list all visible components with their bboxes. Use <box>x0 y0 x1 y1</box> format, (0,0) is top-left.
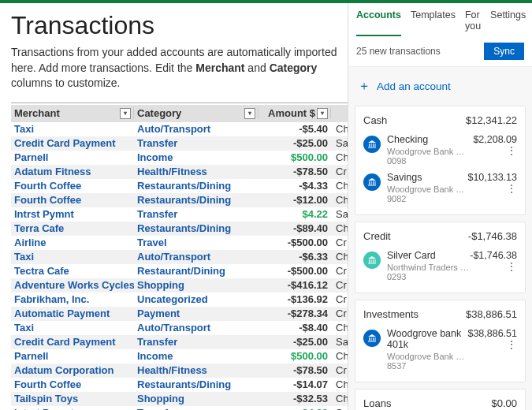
cell-merchant[interactable]: Adventure Works Cycles <box>11 279 134 291</box>
table-row[interactable]: Adventure Works CyclesShopping-$416.12Cr <box>11 278 350 293</box>
account-row[interactable]: Woodgrove bank 401kWoodgrove Bank …8537$… <box>363 328 517 371</box>
cell-category[interactable]: Transfer <box>134 407 259 410</box>
cell-merchant[interactable]: Taxi <box>11 322 134 334</box>
cell-merchant[interactable]: Fourth Coffee <box>11 180 134 192</box>
cell-category[interactable]: Auto/Transport <box>134 123 259 135</box>
svg-rect-1 <box>371 144 372 147</box>
cell-merchant[interactable]: Tailspin Toys <box>11 393 134 404</box>
cell-merchant[interactable]: Credit Card Payment <box>11 336 134 348</box>
chevron-down-icon[interactable]: ▾ <box>244 108 255 119</box>
table-row[interactable]: ParnellIncome$500.00Ch <box>11 349 350 363</box>
cell-category[interactable]: Transfer <box>134 208 259 220</box>
cell-category[interactable]: Restaurants/Dining <box>134 180 259 192</box>
table-row[interactable]: Fourth CoffeeRestaurants/Dining-$12.00Ch <box>11 193 350 207</box>
cell-category[interactable]: Health/Fitness <box>134 364 259 376</box>
col-header-amount[interactable]: Amount $ ▾ <box>259 107 331 119</box>
cell-merchant[interactable]: Automatic Payment <box>11 308 134 319</box>
cell-merchant[interactable]: Taxi <box>11 251 134 263</box>
cell-category[interactable]: Health/Fitness <box>134 166 259 177</box>
cell-merchant[interactable]: Tectra Cafe <box>11 265 134 277</box>
svg-marker-11 <box>368 178 376 181</box>
table-row[interactable]: ParnellIncome$500.00Ch <box>11 151 350 165</box>
account-subtitle: Woodgrove Bank …9082 <box>387 184 467 203</box>
cell-category[interactable]: Income <box>134 151 259 163</box>
cell-category[interactable]: Uncategorized <box>134 293 259 305</box>
cell-category[interactable]: Transfer <box>134 336 259 348</box>
tab-accounts[interactable]: Accounts <box>356 9 401 36</box>
chevron-down-icon[interactable]: ▾ <box>120 108 131 119</box>
cell-merchant[interactable]: Taxi <box>11 123 134 135</box>
more-icon[interactable]: ⋮ <box>473 148 517 153</box>
table-row[interactable]: TaxiAuto/Transport-$8.40Ch <box>11 321 350 335</box>
plus-icon: ＋ <box>358 78 370 95</box>
cell-category[interactable]: Restaurants/Dining <box>134 222 259 234</box>
cell-amount: -$278.34 <box>259 308 331 319</box>
cell-category[interactable]: Restaurant/Dining <box>134 265 259 277</box>
cell-merchant[interactable]: Terra Cafe <box>11 222 134 234</box>
cell-amount: -$8.40 <box>259 322 331 334</box>
cell-category[interactable]: Restaurants/Dining <box>134 194 259 206</box>
table-row[interactable]: Credit Card PaymentTransfer-$25.00Sa <box>11 335 350 349</box>
cell-category[interactable]: Shopping <box>134 279 259 291</box>
account-row[interactable]: SavingsWoodgrove Bank …9082$10,133.13⋮ <box>363 172 517 203</box>
sync-button[interactable]: Sync <box>484 43 524 60</box>
table-row[interactable]: Intrst PymntTransfer$4.22Sa <box>11 207 350 222</box>
cell-category[interactable]: Transfer <box>134 137 259 149</box>
cell-amount: $500.00 <box>259 350 331 362</box>
cell-merchant[interactable]: Fourth Coffee <box>11 378 134 390</box>
col-header-category[interactable]: Category ▾ <box>134 107 259 119</box>
table-row[interactable]: Tectra CafeRestaurant/Dining-$500.00Cr <box>11 264 350 278</box>
cell-merchant[interactable]: Fabrikham, Inc. <box>11 293 134 305</box>
tab-for-you[interactable]: For you <box>465 9 481 36</box>
more-icon[interactable]: ⋮ <box>467 186 517 191</box>
cell-merchant[interactable]: Fourth Coffee <box>11 194 134 206</box>
account-row[interactable]: CheckingWoodgrove Bank …0098$2,208.09⋮ <box>363 134 517 166</box>
table-row[interactable]: Fabrikham, Inc.Uncategorized-$136.92Cr <box>11 293 350 307</box>
group-title: Investments <box>363 308 419 320</box>
table-row[interactable]: Adatum FitnessHealth/Fitness-$78.50Cr <box>11 165 350 179</box>
cell-category[interactable]: Auto/Transport <box>134 322 259 334</box>
col-header-merchant[interactable]: Merchant ▾ <box>11 107 134 119</box>
tab-settings[interactable]: Settings <box>490 9 526 36</box>
table-row[interactable]: TaxiAuto/Transport-$5.40Ch <box>11 122 350 136</box>
bank-icon <box>363 252 381 269</box>
svg-rect-4 <box>368 147 376 148</box>
desc-text: columns to customize. <box>11 76 121 89</box>
table-row[interactable]: Fourth CoffeeRestaurants/Dining-$4.33Ch <box>11 179 350 193</box>
table-row[interactable]: Intrst PymntTransfer$4.22Sa <box>11 406 350 410</box>
svg-rect-21 <box>375 337 376 341</box>
tab-templates[interactable]: Templates <box>411 9 456 36</box>
svg-rect-10 <box>368 185 376 186</box>
cell-merchant[interactable]: Airline <box>11 237 134 248</box>
chevron-down-icon[interactable]: ▾ <box>317 108 328 119</box>
svg-rect-3 <box>375 144 376 147</box>
cell-merchant[interactable]: Intrst Pymnt <box>11 407 134 410</box>
table-row[interactable]: Automatic PaymentPayment-$278.34Cr <box>11 307 350 321</box>
cell-merchant[interactable]: Parnell <box>11 151 134 163</box>
table-row[interactable]: Terra CafeRestaurants/Dining-$89.40Ch <box>11 222 350 236</box>
svg-marker-17 <box>368 256 376 259</box>
cell-category[interactable]: Restaurants/Dining <box>134 378 259 390</box>
cell-merchant[interactable]: Intrst Pymnt <box>11 208 134 220</box>
account-row[interactable]: Silver CardNorthwind Traders …0293-$1,74… <box>363 250 517 281</box>
table-row[interactable]: Fourth CoffeeRestaurants/Dining-$14.07Ch <box>11 378 350 392</box>
account-amount: -$1,746.38 <box>470 250 517 261</box>
cell-merchant[interactable]: Adatum Corporation <box>11 364 134 376</box>
cell-category[interactable]: Shopping <box>134 393 259 404</box>
cell-merchant[interactable]: Credit Card Payment <box>11 137 134 149</box>
bank-icon <box>363 173 381 191</box>
cell-category[interactable]: Auto/Transport <box>134 251 259 263</box>
table-row[interactable]: AirlineTravel-$500.00Cr <box>11 236 350 250</box>
add-account-button[interactable]: ＋ Add an account <box>348 67 532 106</box>
table-row[interactable]: Adatum CorporationHealth/Fitness-$78.50C… <box>11 363 350 378</box>
table-row[interactable]: Tailspin ToysShopping-$32.53Ch <box>11 392 350 406</box>
cell-merchant[interactable]: Parnell <box>11 350 134 362</box>
table-row[interactable]: Credit Card PaymentTransfer-$25.00Sa <box>11 136 350 151</box>
cell-category[interactable]: Payment <box>134 308 259 319</box>
cell-category[interactable]: Income <box>134 350 259 362</box>
more-icon[interactable]: ⋮ <box>467 342 517 347</box>
cell-merchant[interactable]: Adatum Fitness <box>11 166 134 177</box>
table-row[interactable]: TaxiAuto/Transport-$6.33Ch <box>11 250 350 264</box>
more-icon[interactable]: ⋮ <box>470 264 517 269</box>
cell-category[interactable]: Travel <box>134 237 259 248</box>
